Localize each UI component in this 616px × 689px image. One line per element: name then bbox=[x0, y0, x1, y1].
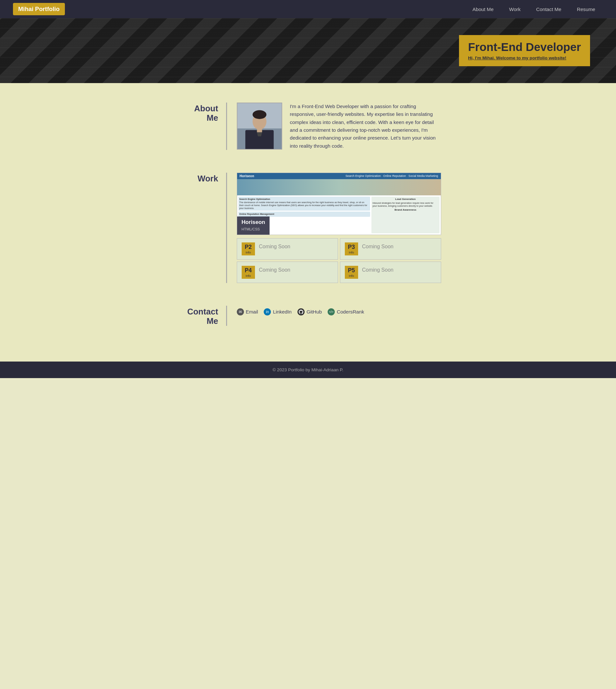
work-section: Work Horiseon Search Engine Optimization… bbox=[162, 173, 454, 283]
project-label-p5: Coming Soon bbox=[362, 266, 394, 273]
github-icon bbox=[298, 308, 305, 316]
horiseon-card-seo: Search Engine Optimization The dominance… bbox=[238, 197, 370, 211]
photo-silhouette bbox=[238, 103, 282, 149]
project-label-p2: Coming Soon bbox=[259, 242, 290, 250]
contact-email-label: Email bbox=[246, 309, 258, 315]
about-section-body: I'm a Front-End Web Developer with a pas… bbox=[227, 103, 441, 150]
main-content: AboutMe bbox=[0, 83, 616, 362]
contact-linkedin-link[interactable]: in LinkedIn bbox=[264, 308, 291, 316]
linkedin-icon: in bbox=[264, 308, 271, 316]
horiseon-logo: Horiseon bbox=[240, 174, 254, 178]
nav-item-contact-me: Contact Me bbox=[528, 1, 569, 18]
work-section-body: Horiseon Search Engine Optimization · On… bbox=[227, 173, 441, 283]
person-silhouette-svg bbox=[238, 103, 282, 149]
contact-linkedin-label: LinkedIn bbox=[273, 309, 291, 315]
horiseon-hero-img bbox=[237, 179, 441, 195]
contact-github-link[interactable]: GitHub bbox=[298, 308, 322, 316]
project-main-name: Horiseon bbox=[242, 219, 265, 225]
contact-github-label: GitHub bbox=[307, 309, 322, 315]
nav-links: About Me Work Contact Me Resume bbox=[465, 1, 603, 18]
horiseon-nav-bar: Horiseon Search Engine Optimization · On… bbox=[237, 173, 441, 179]
hero-subtitle: Hi, I'm Mihai. Welcome to my portfolio w… bbox=[468, 56, 581, 60]
email-icon: ✉ bbox=[237, 308, 244, 316]
horiseon-aside: Lead Generation Inbound strategies for l… bbox=[371, 197, 439, 233]
about-section: AboutMe bbox=[162, 103, 454, 150]
contact-codersrank-link[interactable]: </> CodersRank bbox=[328, 308, 364, 316]
svg-point-5 bbox=[252, 110, 266, 119]
about-section-label: AboutMe bbox=[175, 103, 227, 150]
about-inner: I'm a Front-End Web Developer with a pas… bbox=[237, 103, 441, 150]
horiseon-card-orm: Online Reputation Management bbox=[238, 212, 370, 217]
footer: © 2023 Portfolio by Mihai-Adriaan P. bbox=[0, 362, 616, 378]
project-main-tech: HTML/CSS bbox=[242, 227, 260, 231]
project-overlay: Horiseon HTML/CSS bbox=[237, 216, 270, 235]
hero-subtitle-prefix: Hi, I'm bbox=[468, 56, 482, 60]
hero-text-box: Front-End Developer Hi, I'm Mihai. Welco… bbox=[459, 35, 590, 66]
project-main-image: Horiseon Search Engine Optimization · On… bbox=[237, 173, 441, 235]
project-label-p4: Coming Soon bbox=[259, 266, 290, 273]
project-badge-p5: P5 Info bbox=[345, 266, 358, 279]
nav-item-resume: Resume bbox=[569, 1, 603, 18]
nav-link-resume[interactable]: Resume bbox=[569, 1, 603, 18]
hero-name: Mihai bbox=[482, 56, 494, 60]
nav-link-about-me[interactable]: About Me bbox=[465, 1, 502, 18]
about-text: I'm a Front-End Web Developer with a pas… bbox=[290, 103, 441, 150]
projects-row: P2 Info Coming Soon P3 Info Coming Soon bbox=[237, 238, 441, 283]
contact-section: ContactMe ✉ Email in LinkedIn bbox=[162, 306, 454, 326]
hero-subtitle-suffix: . Welcome to my portfolio website! bbox=[494, 56, 566, 60]
hero-section: Front-End Developer Hi, I'm Mihai. Welco… bbox=[0, 18, 616, 83]
about-photo bbox=[237, 103, 282, 150]
horiseon-nav-links: Search Engine Optimization · Online Repu… bbox=[346, 174, 438, 177]
contact-email-link[interactable]: ✉ Email bbox=[237, 308, 258, 316]
project-badge-p3: P3 Info bbox=[345, 242, 358, 255]
work-grid: Horiseon Search Engine Optimization · On… bbox=[237, 173, 441, 283]
codersrank-icon: </> bbox=[328, 308, 335, 316]
contact-section-label: ContactMe bbox=[175, 306, 227, 326]
project-badge-p4: P4 Info bbox=[242, 266, 255, 279]
project-card-p3[interactable]: P3 Info Coming Soon bbox=[340, 238, 441, 260]
nav-link-contact-me[interactable]: Contact Me bbox=[528, 1, 569, 18]
project-badge-p2: P2 Info bbox=[242, 242, 255, 255]
svg-rect-6 bbox=[257, 129, 262, 132]
nav-logo[interactable]: Mihai Portfolio bbox=[13, 3, 65, 15]
navbar: Mihai Portfolio About Me Work Contact Me… bbox=[0, 0, 616, 18]
hero-title: Front-End Developer bbox=[468, 41, 581, 53]
nav-item-work: Work bbox=[502, 1, 528, 18]
nav-item-about-me: About Me bbox=[465, 1, 502, 18]
project-main-horiseon[interactable]: Horiseon Search Engine Optimization · On… bbox=[237, 173, 441, 235]
project-card-p5[interactable]: P5 Info Coming Soon bbox=[340, 262, 441, 283]
project-card-p4[interactable]: P4 Info Coming Soon bbox=[237, 262, 338, 283]
project-card-p2[interactable]: P2 Info Coming Soon bbox=[237, 238, 338, 260]
project-label-p3: Coming Soon bbox=[362, 242, 394, 250]
footer-text: © 2023 Portfolio by Mihai-Adriaan P. bbox=[272, 367, 343, 372]
contact-links: ✉ Email in LinkedIn GitHub bbox=[237, 306, 441, 316]
nav-link-work[interactable]: Work bbox=[502, 1, 528, 18]
work-section-label: Work bbox=[175, 173, 227, 283]
contact-section-body: ✉ Email in LinkedIn GitHub bbox=[227, 306, 441, 326]
contact-codersrank-label: CodersRank bbox=[337, 309, 364, 315]
